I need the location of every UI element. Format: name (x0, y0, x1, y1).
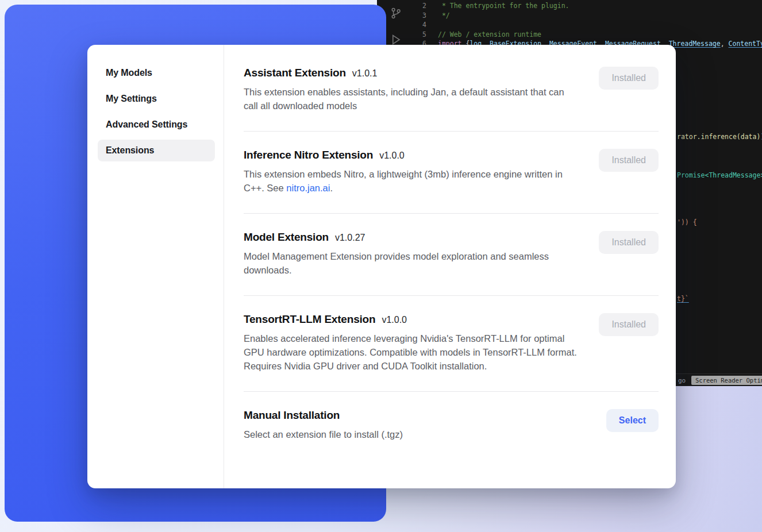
code-line: 4 (377, 20, 762, 30)
code-token: * The entrypoint for the plugin. (438, 2, 569, 10)
status-text: go (678, 376, 686, 386)
extension-name: Inference Nitro Extension (244, 149, 373, 161)
extension-description: Model Management Extension provides mode… (244, 249, 580, 277)
extension-description: Enables accelerated inference leveraging… (244, 331, 580, 373)
extension-action: Installed (587, 231, 659, 254)
sidebar-item-label: My Settings (106, 94, 157, 103)
nitro-link[interactable]: nitro.jan.ai (286, 183, 330, 193)
select-button[interactable]: Select (606, 409, 659, 432)
extension-name: Manual Installation (244, 409, 340, 422)
sidebar-item-my-settings[interactable]: My Settings (98, 88, 215, 110)
code-token: */ (438, 11, 450, 20)
settings-modal: My ModelsMy SettingsAdvanced SettingsExt… (87, 45, 676, 488)
extension-row: Manual InstallationSelect an extension f… (244, 392, 659, 460)
code-text: * The entrypoint for the plugin. (430, 1, 569, 11)
code-fragment: rator.inference(data)); (677, 132, 762, 142)
extension-description: This extension enables assistants, inclu… (244, 85, 580, 113)
extension-row: Model Extensionv1.0.27Model Management E… (244, 214, 659, 295)
sidebar-item-label: Extensions (106, 145, 154, 155)
extension-version: v1.0.1 (352, 68, 378, 79)
settings-sidebar: My ModelsMy SettingsAdvanced SettingsExt… (87, 45, 224, 488)
extension-row: Inference Nitro Extensionv1.0.0This exte… (244, 132, 659, 213)
extension-row: Assistant Extensionv1.0.1This extension … (244, 49, 659, 131)
code-text: */ (430, 11, 450, 21)
description-segment: Model Management Extension provides mode… (244, 251, 549, 275)
extension-name: TensortRT-LLM Extension (244, 313, 375, 326)
installed-button[interactable]: Installed (599, 67, 659, 90)
installed-button[interactable]: Installed (599, 149, 659, 172)
description-segment: Enables accelerated inference leveraging… (244, 333, 577, 371)
extension-version: v1.0.0 (382, 315, 407, 325)
code-text: // Web / extension runtime (430, 30, 541, 40)
extension-text: Assistant Extensionv1.0.1This extension … (244, 67, 580, 113)
extension-action: Installed (587, 149, 659, 172)
extension-title-line: TensortRT-LLM Extensionv1.0.0 (244, 313, 580, 326)
installed-button[interactable]: Installed (599, 313, 659, 336)
description-segment: This extension enables assistants, inclu… (244, 87, 564, 111)
extension-title-line: Manual Installation (244, 409, 403, 422)
extension-name: Assistant Extension (244, 67, 346, 79)
code-fragment: t}` (677, 294, 689, 304)
code-text (430, 20, 438, 30)
description-segment: . (330, 183, 333, 193)
extension-text: Manual InstallationSelect an extension f… (244, 409, 403, 441)
page-background: 2 * The entrypoint for the plugin.3 */45… (0, 0, 762, 532)
extension-title-line: Inference Nitro Extensionv1.0.0 (244, 149, 580, 161)
editor-lines: 2 * The entrypoint for the plugin.3 */45… (377, 1, 762, 49)
code-line: 2 * The entrypoint for the plugin. (377, 1, 762, 11)
sidebar-item-extensions[interactable]: Extensions (98, 140, 215, 161)
extension-action: Select (595, 409, 659, 432)
code-token: // Web / extension runtime (438, 30, 541, 38)
extension-version: v1.0.0 (379, 151, 405, 161)
code-token: , (721, 40, 729, 48)
code-line: 5// Web / extension runtime (377, 30, 762, 40)
extension-text: Model Extensionv1.0.27Model Management E… (244, 231, 580, 277)
extension-action: Installed (587, 67, 659, 90)
screen-reader-status-chip: Screen Reader Optimized (691, 376, 762, 385)
line-number: 2 (377, 1, 430, 11)
sidebar-nav: My ModelsMy SettingsAdvanced SettingsExt… (98, 62, 215, 161)
code-token: ThreadMessage (669, 40, 721, 48)
extension-description: Select an extension file to install (.tg… (244, 427, 403, 441)
extension-row: TensortRT-LLM Extensionv1.0.0Enables acc… (244, 296, 659, 391)
extension-name: Model Extension (244, 231, 329, 244)
extension-title-line: Assistant Extensionv1.0.1 (244, 67, 580, 79)
sidebar-item-label: Advanced Settings (106, 119, 187, 129)
extensions-list: Assistant Extensionv1.0.1This extension … (244, 49, 659, 460)
extension-text: TensortRT-LLM Extensionv1.0.0Enables acc… (244, 313, 580, 373)
extension-title-line: Model Extensionv1.0.27 (244, 231, 580, 244)
extension-action: Installed (587, 313, 659, 336)
code-token: ContentType (729, 40, 762, 48)
extensions-panel: Assistant Extensionv1.0.1This extension … (224, 45, 676, 488)
sidebar-item-advanced-settings[interactable]: Advanced Settings (98, 114, 215, 136)
installed-button[interactable]: Installed (599, 231, 659, 254)
sidebar-item-label: My Models (106, 68, 152, 78)
extension-description: This extension embeds Nitro, a lightweig… (244, 167, 580, 195)
code-line: 3 */ (377, 11, 762, 21)
extension-version: v1.0.27 (335, 233, 365, 243)
code-fragment: ')) { (677, 218, 697, 228)
extension-text: Inference Nitro Extensionv1.0.0This exte… (244, 149, 580, 195)
code-fragment: Promise<ThreadMessage> (677, 171, 762, 180)
description-segment: Select an extension file to install (.tg… (244, 429, 403, 440)
sidebar-item-my-models[interactable]: My Models (98, 62, 215, 84)
